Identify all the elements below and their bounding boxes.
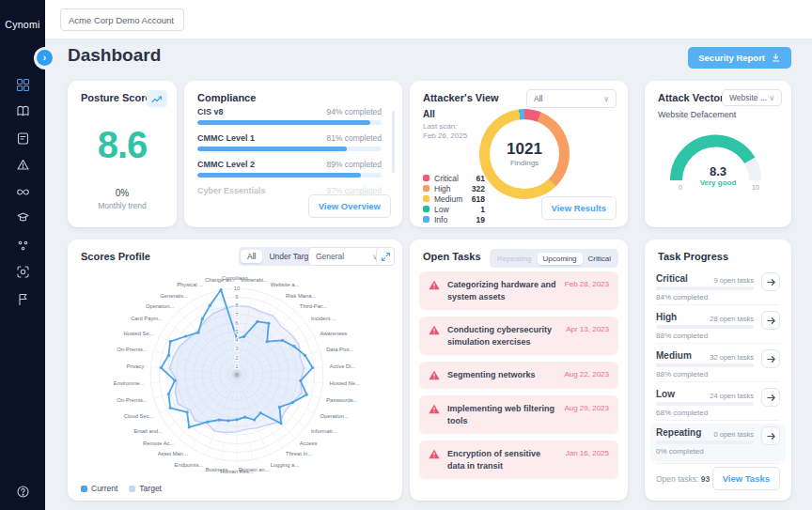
view-results-button[interactable]: View Results <box>541 196 617 220</box>
legend-value: 1 <box>468 205 485 214</box>
arrow-right-icon <box>766 431 776 441</box>
go-to-tasks-button[interactable] <box>761 388 780 407</box>
go-to-tasks-button[interactable] <box>761 426 780 445</box>
open-tasks-tabs: RepeatingUpcomingCritical <box>490 249 618 268</box>
sidebar-item-organization[interactable] <box>0 232 45 259</box>
svg-text:Physical ...: Physical ... <box>177 282 203 287</box>
compliance-row: CIS v894% completed <box>197 107 382 125</box>
open-tasks-count: 32 open tasks <box>710 353 754 362</box>
legend-label: High <box>434 184 468 193</box>
svg-text:Website a...: Website a... <box>271 282 300 287</box>
go-to-tasks-button[interactable] <box>761 311 780 330</box>
policies-icon <box>16 131 30 146</box>
svg-text:Privacy: Privacy <box>126 363 144 369</box>
scores-radar-chart: 12345678910Complianc...Vulnerabi...Websi… <box>68 262 402 474</box>
severity-label: Critical <box>656 273 688 284</box>
completed-label: 88% completed <box>656 332 708 340</box>
posture-trend-label: Monthly trend <box>68 201 177 210</box>
sidebar-item-integrations[interactable] <box>0 178 45 206</box>
tab-critical[interactable]: Critical <box>583 253 617 265</box>
go-to-tasks-button[interactable] <box>761 349 780 368</box>
tab-repeating[interactable]: Repeating <box>492 253 537 265</box>
chevron-down-icon: ∨ <box>603 95 609 103</box>
task-due-date: Aug 29, 2023 <box>564 403 609 412</box>
sidebar-item-education[interactable] <box>0 206 45 233</box>
task-item[interactable]: Categorizing hardware and system assetsF… <box>419 271 618 310</box>
task-item[interactable]: Segmenting networksAug 22, 2023 <box>419 362 618 389</box>
sidebar-item-reports[interactable] <box>0 286 45 313</box>
svg-text:Logging a...: Logging a... <box>271 462 300 468</box>
svg-text:Passwords...: Passwords... <box>326 397 358 403</box>
svg-text:Hosted Se...: Hosted Se... <box>123 331 153 336</box>
framework-name: CMMC Level 2 <box>197 160 255 169</box>
svg-text:Card Paym...: Card Paym... <box>131 316 163 321</box>
sidebar-item-policies[interactable] <box>0 125 45 152</box>
warning-icon <box>429 370 440 380</box>
view-tasks-button[interactable]: View Tasks <box>712 467 780 490</box>
tab-upcoming[interactable]: Upcoming <box>538 253 583 265</box>
task-title: Segmenting networks <box>447 369 556 381</box>
warning-icon <box>429 325 440 335</box>
svg-text:Change an..: Change an.. <box>205 277 235 283</box>
sidebar-item-dashboard[interactable] <box>0 71 45 99</box>
legend-value: 322 <box>468 184 485 193</box>
legend-value: 61 <box>468 174 485 183</box>
row-divider <box>656 343 780 344</box>
trend-chart-icon <box>147 90 167 107</box>
progress-row-critical: Critical9 open tasks84% completed <box>656 270 780 308</box>
legend-swatch <box>423 195 429 202</box>
scores-profile-card: Scores Profile All Under Target General … <box>68 240 402 501</box>
legend-swatch <box>81 486 87 492</box>
sidebar-item-library[interactable] <box>0 99 45 126</box>
legend-item: High322 <box>423 183 485 193</box>
task-item[interactable]: Conducting cybersecurity simulation exer… <box>419 317 618 355</box>
open-tasks-count: 28 open tasks <box>710 315 754 323</box>
open-tasks-count: 0 open tasks <box>713 430 754 439</box>
completed-label: 84% completed <box>656 293 708 301</box>
framework-name: Cyber Essentials <box>197 186 266 195</box>
help-icon <box>16 485 30 499</box>
sidebar-item-help[interactable] <box>0 485 45 499</box>
task-progress-card: Task Progress Critical9 open tasks84% co… <box>645 240 791 501</box>
svg-text:Access: Access <box>300 440 318 446</box>
compliance-row: CMMC Level 181% completed <box>197 133 382 151</box>
svg-text:Operation...: Operation... <box>146 303 175 309</box>
last-scan-label: Last scan: <box>423 122 457 131</box>
posture-trend-value: 0% <box>68 188 177 198</box>
task-item[interactable]: Implementing web filtering toolsAug 29, … <box>419 395 618 434</box>
sidebar-item-scan[interactable] <box>0 259 45 286</box>
severity-label: Medium <box>656 350 692 361</box>
topbar <box>45 0 812 39</box>
task-due-date: Jan 16, 2025 <box>566 448 609 457</box>
account-input[interactable] <box>60 8 184 31</box>
progress-bar <box>656 286 754 290</box>
legend-swatch <box>423 175 429 181</box>
progress-row-medium: Medium32 open tasks88% completed <box>656 347 780 385</box>
svg-text:10: 10 <box>234 286 241 291</box>
compliance-scrollbar[interactable] <box>392 111 395 173</box>
organization-icon <box>16 239 30 253</box>
framework-progressbar <box>197 120 382 125</box>
progress-bar <box>656 325 754 329</box>
svg-text:Informati...: Informati... <box>311 428 337 434</box>
expand-icon <box>381 252 391 262</box>
sidebar-item-risks[interactable] <box>0 152 45 179</box>
view-overview-button[interactable]: View Overview <box>308 194 391 218</box>
task-item[interactable]: Encryption of sensitive data in transitJ… <box>419 440 618 479</box>
integrations-icon <box>16 185 30 199</box>
legend-label: Medium <box>434 194 468 204</box>
go-to-tasks-button[interactable] <box>761 272 780 291</box>
framework-name: CMMC Level 1 <box>197 133 255 143</box>
toggle-all[interactable]: All <box>241 250 262 263</box>
sidebar-collapse-toggle[interactable]: › <box>37 50 53 66</box>
security-report-button[interactable]: Security Report <box>688 47 791 69</box>
framework-name: CIS v8 <box>197 107 224 116</box>
legend-label: Target <box>139 484 162 493</box>
arrow-right-icon <box>766 316 776 326</box>
svg-text:On-Premis...: On-Premis... <box>117 397 148 403</box>
legend-label: Critical <box>434 174 468 183</box>
open-tasks-list: Categorizing hardware and system assetsF… <box>419 271 618 479</box>
legend-item: Info19 <box>423 214 485 224</box>
task-progress-title: Task Progress <box>658 251 728 262</box>
attackers-view-dropdown[interactable]: All ∨ <box>526 89 617 108</box>
